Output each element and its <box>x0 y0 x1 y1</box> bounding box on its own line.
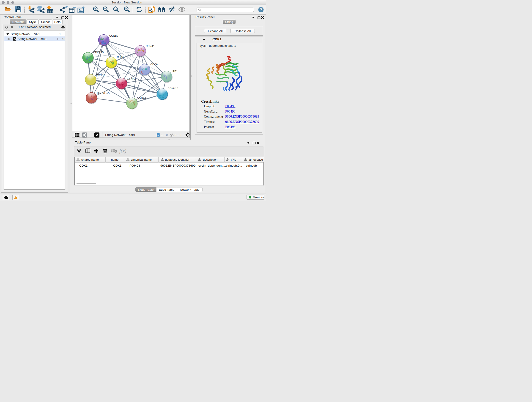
svg-text:CCNA2: CCNA2 <box>127 77 136 80</box>
svg-text:?: ? <box>260 7 262 12</box>
svg-text:CCNB1: CCNB1 <box>96 74 105 77</box>
svg-text:CDKN1A: CDKN1A <box>168 87 178 90</box>
svg-text:RB1: RB1 <box>172 70 177 73</box>
svg-text:CCNA1: CCNA1 <box>146 45 155 47</box>
svg-text:CDC25B: CDC25B <box>93 51 104 54</box>
svg-text:HIST1H1A: HIST1H1A <box>97 91 109 94</box>
svg-text:CCNE1: CCNE1 <box>137 96 146 99</box>
svg-text:CDK1: CDK1 <box>117 56 124 58</box>
svg-text:CCNB2: CCNB2 <box>109 34 118 37</box>
svg-text:CDC6: CDC6 <box>151 63 158 66</box>
